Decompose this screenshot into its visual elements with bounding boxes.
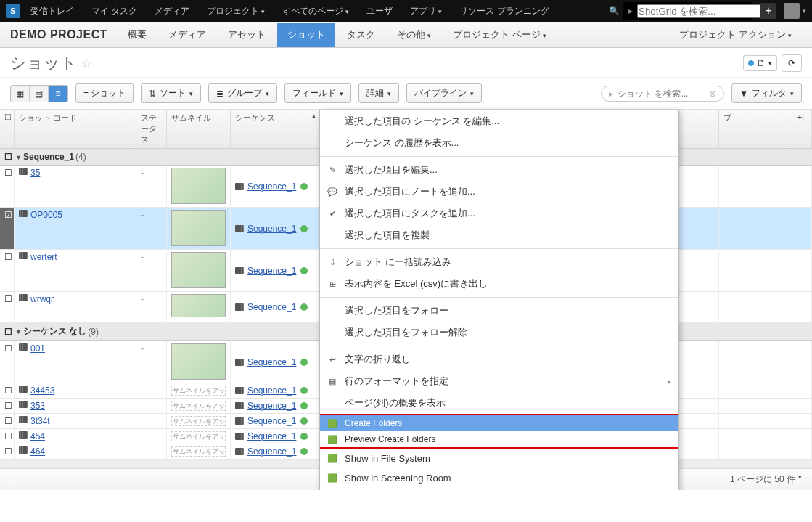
ctx-export-csv[interactable]: ⊞表示内容を Excel (csv)に書き出し bbox=[320, 273, 678, 295]
tab-tasks[interactable]: タスク bbox=[337, 23, 385, 47]
row-checkbox[interactable]: ☐ bbox=[0, 250, 15, 291]
grid-search-input[interactable] bbox=[618, 89, 705, 99]
col-thumbnail[interactable]: サムネイル bbox=[167, 110, 231, 148]
ctx-bulk-import[interactable]: ⇩ショット に一括読み込み bbox=[320, 251, 678, 273]
ctx-show-screening-room[interactable]: 🟩Show in Screening Room bbox=[320, 468, 678, 488]
thumbnail[interactable] bbox=[171, 210, 226, 246]
col-code[interactable]: ショット コード bbox=[15, 110, 136, 148]
sequence-link[interactable]: Sequence_1 bbox=[247, 357, 296, 367]
thumbnail-upload[interactable]: サムネイルをアッ bbox=[171, 386, 226, 396]
filter-button[interactable]: ▼フィルタ▾ bbox=[731, 83, 802, 103]
ctx-preview-create-folders[interactable]: 🟩Preview Create Folders bbox=[320, 431, 678, 447]
favorite-star-icon[interactable]: ☆ bbox=[81, 57, 91, 70]
ctx-duplicate[interactable]: 選択した項目を複製 bbox=[320, 224, 678, 246]
sequence-link[interactable]: Sequence_1 bbox=[247, 182, 296, 192]
shot-link[interactable]: wrwqr bbox=[30, 294, 54, 304]
ctx-follow[interactable]: 選択した項目をフォロー bbox=[320, 300, 678, 322]
topbar-projects[interactable]: プロジェクト▾ bbox=[200, 5, 272, 17]
group-button[interactable]: ≣グループ▾ bbox=[208, 83, 277, 103]
shot-link[interactable]: 3t34t bbox=[30, 416, 50, 426]
global-search-input[interactable] bbox=[637, 4, 763, 18]
sequence-link[interactable]: Sequence_1 bbox=[247, 401, 296, 411]
refresh-button[interactable]: ⟳ bbox=[782, 54, 802, 72]
row-checkbox[interactable]: ☐ bbox=[0, 292, 15, 322]
grid-search[interactable]: ▸⊗ bbox=[601, 86, 724, 102]
col-status[interactable]: ステータス bbox=[136, 110, 167, 148]
thumbnail-upload[interactable]: サムネイルをアッ bbox=[171, 416, 226, 426]
thumbnail[interactable] bbox=[171, 343, 226, 380]
row-checkbox[interactable]: ☐ bbox=[0, 444, 15, 459]
thumbnail[interactable] bbox=[171, 294, 226, 317]
thumbnail[interactable] bbox=[171, 168, 226, 204]
topbar-allpages[interactable]: すべてのページ▾ bbox=[275, 5, 356, 17]
row-checkbox[interactable]: ☐ bbox=[0, 383, 15, 398]
row-checkbox[interactable]: ☐ bbox=[0, 341, 15, 383]
add-shot-button[interactable]: + ショット bbox=[75, 83, 134, 103]
tab-shots[interactable]: ショット bbox=[277, 23, 335, 47]
sequence-link[interactable]: Sequence_1 bbox=[247, 416, 296, 426]
sequence-link[interactable]: Sequence_1 bbox=[247, 386, 296, 396]
shot-link[interactable]: 34453 bbox=[30, 386, 54, 396]
col-extra[interactable]: プ bbox=[719, 110, 790, 148]
thumbnail-upload[interactable]: サムネイルをアッ bbox=[171, 401, 226, 411]
thumbnail-upload[interactable]: サムネイルをアッ bbox=[171, 431, 226, 441]
col-checkbox[interactable]: ☐ bbox=[0, 110, 15, 148]
sequence-link[interactable]: Sequence_1 bbox=[247, 266, 296, 276]
clear-icon[interactable]: ⊗ bbox=[709, 89, 716, 99]
topbar-media[interactable]: メディア bbox=[147, 5, 197, 17]
sort-button[interactable]: ⇅ソート▾ bbox=[141, 83, 201, 103]
tab-projectpages[interactable]: プロジェクト ページ▾ bbox=[443, 23, 557, 47]
sequence-link[interactable]: Sequence_1 bbox=[247, 446, 296, 457]
tab-assets[interactable]: アセット bbox=[218, 23, 276, 47]
sequence-link[interactable]: Sequence_1 bbox=[247, 431, 296, 441]
row-checkbox[interactable]: ☐ bbox=[0, 399, 15, 413]
group-toggle-icon[interactable]: ▾ bbox=[17, 153, 20, 161]
pipeline-button[interactable]: パイプライン▾ bbox=[406, 83, 482, 103]
ctx-create-folders[interactable]: 🟩Create Folders bbox=[320, 415, 678, 431]
project-actions[interactable]: プロジェクト アクション▾ bbox=[669, 23, 802, 47]
topbar-apps[interactable]: アプリ▾ bbox=[403, 5, 449, 17]
shot-link[interactable]: 464 bbox=[30, 446, 45, 457]
shot-link[interactable]: 001 bbox=[30, 343, 45, 354]
row-checkbox[interactable]: ☐ bbox=[0, 166, 15, 207]
thumbnail[interactable] bbox=[171, 252, 226, 288]
user-avatar[interactable] bbox=[784, 3, 800, 19]
shot-link[interactable]: 353 bbox=[30, 401, 45, 411]
view-card-icon[interactable]: ▤ bbox=[30, 86, 49, 102]
topbar-resource[interactable]: リソース プランニング bbox=[452, 5, 556, 17]
app-logo[interactable]: S bbox=[6, 4, 20, 18]
thumbnail-upload[interactable]: サムネイルをアッ bbox=[171, 446, 226, 457]
shot-link[interactable]: OP0005 bbox=[30, 210, 62, 220]
chevron-down-icon[interactable]: ▾ bbox=[798, 473, 802, 486]
group-toggle-icon[interactable]: ▾ bbox=[17, 327, 20, 335]
ctx-sequence-history[interactable]: シーケンス の履歴を表示... bbox=[320, 132, 678, 154]
col-sequence[interactable]: シーケンス ▲ bbox=[231, 110, 322, 148]
ctx-page-summary[interactable]: ページ(列)の概要を表示 bbox=[320, 392, 678, 414]
tab-media[interactable]: メディア bbox=[158, 23, 216, 47]
topbar-inbox[interactable]: 受信トレイ bbox=[23, 5, 81, 17]
shot-link[interactable]: 454 bbox=[30, 431, 45, 441]
ctx-edit-selected[interactable]: ✎選択した項目を編集... bbox=[320, 159, 678, 181]
ctx-row-format[interactable]: ▦行のフォーマットを指定▸ bbox=[320, 370, 678, 392]
topbar-mytasks[interactable]: マイ タスク bbox=[84, 5, 144, 17]
global-search[interactable]: ▸ bbox=[623, 2, 753, 20]
ctx-add-note[interactable]: 💬選択した項目にノートを追加... bbox=[320, 181, 678, 203]
global-add-button[interactable]: + bbox=[760, 3, 776, 19]
tab-other[interactable]: その他▾ bbox=[387, 23, 441, 47]
col-add-field[interactable]: +| bbox=[790, 110, 812, 148]
row-checkbox[interactable]: ☑ bbox=[0, 208, 15, 249]
shot-link[interactable]: wertert bbox=[30, 252, 57, 262]
ctx-wrap[interactable]: ↩文字の折り返し bbox=[320, 348, 678, 370]
topbar-user[interactable]: ユーザ bbox=[359, 5, 400, 17]
shot-link[interactable]: 35 bbox=[30, 168, 40, 178]
ctx-add-task[interactable]: ✔選択した項目にタスクを追加... bbox=[320, 203, 678, 224]
sequence-link[interactable]: Sequence_1 bbox=[247, 302, 296, 312]
ctx-show-filesystem[interactable]: 🟩Show in File System bbox=[320, 449, 678, 468]
tab-overview[interactable]: 概要 bbox=[118, 23, 157, 47]
row-checkbox[interactable]: ☐ bbox=[0, 429, 15, 444]
detail-button[interactable]: 詳細▾ bbox=[358, 83, 399, 103]
sequence-link[interactable]: Sequence_1 bbox=[247, 224, 296, 234]
view-thumb-icon[interactable]: ▦ bbox=[11, 86, 30, 102]
page-revision-pill[interactable]: 🗋▾ bbox=[743, 55, 777, 71]
fields-button[interactable]: フィールド▾ bbox=[284, 83, 351, 103]
